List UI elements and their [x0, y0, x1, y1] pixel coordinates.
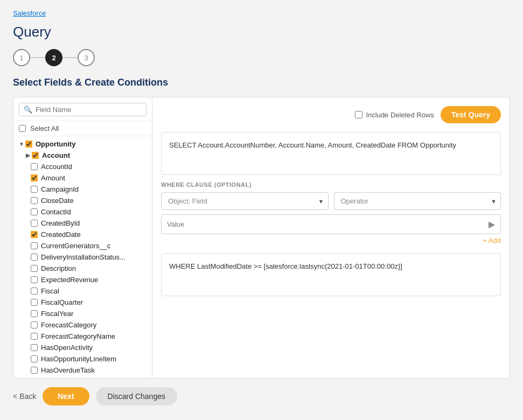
search-icon: 🔍 — [24, 106, 32, 114]
main-content: 🔍 Select All ▼ Opportunity ▶ — [13, 97, 510, 379]
opportunity-expand-icon[interactable]: ▼ — [18, 141, 25, 147]
currentgenerators-checkbox[interactable] — [31, 242, 38, 249]
list-item: HasOpenActivity — [13, 342, 152, 353]
hasopenactivity-checkbox[interactable] — [31, 344, 38, 351]
list-item: FiscalYear — [13, 308, 152, 319]
top-controls: Include Deleted Rows Test Query — [161, 106, 501, 123]
list-item: HasOpportunityLineItem — [13, 353, 152, 365]
search-input-wrap: 🔍 — [19, 103, 147, 116]
discard-changes-button[interactable]: Discard Changes — [96, 387, 177, 405]
step-2: 2 — [45, 49, 62, 66]
where-result-box: WHERE LastModifiedDate >= [salesforce.la… — [161, 253, 501, 296]
list-item: ForecastCategory — [13, 319, 152, 331]
hasopportunitylineitem-checkbox[interactable] — [31, 355, 38, 362]
field-label: Amount — [41, 174, 65, 182]
where-clause-section: WHERE CLAUSE (OPTIONAL) Object: Field ▼ … — [161, 181, 501, 247]
accountid-checkbox[interactable] — [31, 163, 38, 170]
createddate-checkbox[interactable] — [31, 231, 38, 238]
footer: < Back Next Discard Changes — [13, 379, 510, 405]
list-item: ContactId — [13, 206, 152, 218]
select-all-label: Select All — [30, 124, 59, 132]
account-checkbox[interactable] — [32, 152, 39, 159]
field-label: ForecastCategory — [41, 321, 96, 329]
list-item: CurrentGenerators__c — [13, 240, 152, 251]
list-item: CampaignId — [13, 184, 152, 195]
description-checkbox[interactable] — [31, 265, 38, 272]
opportunity-checkbox[interactable] — [25, 141, 32, 148]
field-tree: ▼ Opportunity ▶ Account AccountId — [13, 136, 152, 378]
step-1: 1 — [13, 49, 30, 66]
page-container: Salesforce Query 1 2 3 Select Fields & C… — [0, 0, 523, 420]
campaignid-checkbox[interactable] — [31, 186, 38, 193]
field-label: CreatedDate — [41, 230, 81, 239]
field-label: FiscalQuarter — [41, 298, 83, 306]
forecastcategory-checkbox[interactable] — [31, 321, 38, 328]
test-query-button[interactable]: Test Query — [441, 106, 501, 123]
value-input[interactable] — [167, 220, 489, 228]
breadcrumb[interactable]: Salesforce — [13, 9, 46, 17]
next-button[interactable]: Next — [43, 387, 89, 405]
query-box: SELECT Account.AccountNumber, Account.Na… — [161, 132, 501, 175]
account-item[interactable]: ▶ Account — [13, 150, 152, 161]
opportunity-item[interactable]: ▼ Opportunity — [13, 138, 152, 150]
opportunity-label: Opportunity — [36, 140, 75, 148]
field-label: Fiscal — [41, 287, 59, 295]
field-label: CreatedById — [41, 219, 80, 227]
search-bar: 🔍 — [13, 97, 152, 121]
list-item: Amount — [13, 172, 152, 184]
field-label: ContactId — [41, 208, 71, 216]
stepper: 1 2 3 — [13, 49, 510, 66]
hasoverduetask-checkbox[interactable] — [31, 367, 38, 374]
field-label: CloseDate — [41, 197, 74, 205]
add-row: + Add — [161, 234, 501, 247]
account-label: Account — [42, 151, 70, 159]
closedate-checkbox[interactable] — [31, 197, 38, 204]
field-label: CampaignId — [41, 185, 79, 193]
list-item: Fiscal — [13, 285, 152, 297]
search-input[interactable] — [36, 106, 142, 114]
select-all-checkbox[interactable] — [19, 125, 26, 132]
list-item: ForecastCategoryName — [13, 331, 152, 342]
field-label: CurrentGenerators__c — [41, 242, 110, 250]
value-variable-icon[interactable]: ▶ — [489, 219, 495, 229]
include-deleted-checkbox[interactable] — [355, 111, 362, 118]
right-panel: Include Deleted Rows Test Query SELECT A… — [152, 97, 510, 378]
step-line-2 — [62, 57, 78, 58]
account-expand-icon[interactable]: ▶ — [24, 152, 32, 158]
expectedrevenue-checkbox[interactable] — [31, 276, 38, 283]
back-button[interactable]: < Back — [13, 392, 36, 401]
field-label: ExpectedRevenue — [41, 276, 98, 284]
value-row: ▶ — [161, 214, 501, 234]
field-label: FiscalYear — [41, 310, 73, 318]
field-label: Description — [41, 264, 76, 272]
fiscalyear-checkbox[interactable] — [31, 310, 38, 317]
left-panel: 🔍 Select All ▼ Opportunity ▶ — [13, 97, 152, 378]
field-label: DeliveryInstallationStatus... — [41, 253, 125, 261]
createdbyid-checkbox[interactable] — [31, 220, 38, 227]
list-item: CloseDate — [13, 195, 152, 206]
fiscal-checkbox[interactable] — [31, 288, 38, 295]
forecastcategoryname-checkbox[interactable] — [31, 333, 38, 340]
list-item: DeliveryInstallationStatus... — [13, 251, 152, 263]
operator-dropdown-wrap: Operator ▼ — [334, 192, 501, 210]
field-label: HasOpportunityLineItem — [41, 355, 116, 363]
object-field-select[interactable]: Object: Field — [161, 192, 329, 210]
list-item: CreatedById — [13, 218, 152, 229]
contactid-checkbox[interactable] — [31, 208, 38, 215]
step-line-1 — [30, 57, 45, 58]
operator-select[interactable]: Operator — [334, 192, 501, 210]
field-label: AccountId — [41, 163, 72, 171]
deliveryinstall-checkbox[interactable] — [31, 254, 38, 261]
list-item: Description — [13, 263, 152, 274]
select-all-row: Select All — [13, 121, 152, 136]
fiscalquarter-checkbox[interactable] — [31, 299, 38, 306]
where-clause-label: WHERE CLAUSE (OPTIONAL) — [161, 181, 501, 188]
list-item: AccountId — [13, 161, 152, 172]
add-button[interactable]: + Add — [483, 236, 501, 244]
page-title: Query — [13, 24, 510, 40]
list-item: CreatedDate — [13, 229, 152, 240]
amount-checkbox[interactable] — [31, 174, 38, 181]
list-item: HasOverdueTask — [13, 365, 152, 376]
include-deleted-label[interactable]: Include Deleted Rows — [355, 111, 434, 119]
section-title: Select Fields & Create Conditions — [13, 77, 510, 88]
